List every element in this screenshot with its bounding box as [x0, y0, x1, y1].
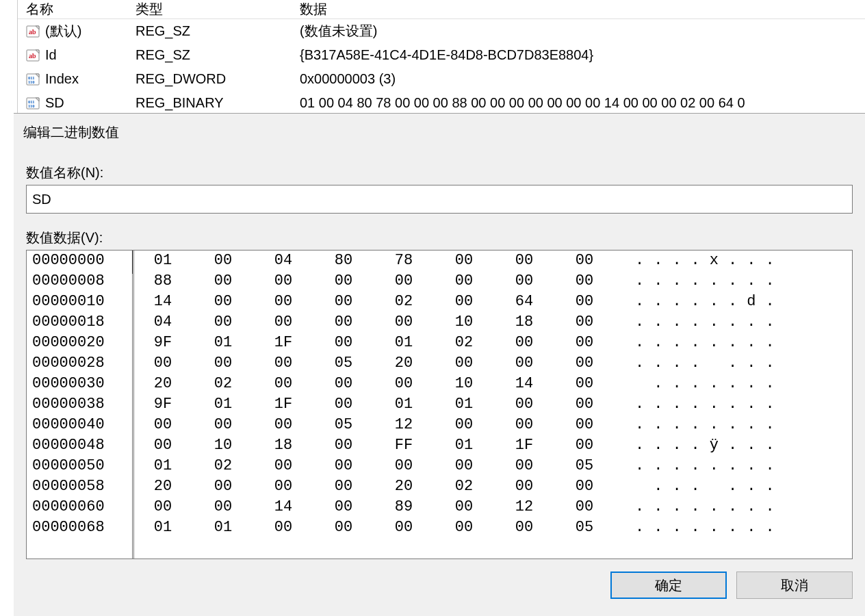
hex-byte[interactable]: 00 — [374, 312, 434, 333]
hex-row[interactable]: 000000400000000512000000........ — [27, 415, 852, 435]
hex-byte[interactable]: 05 — [313, 415, 374, 435]
hex-byte[interactable]: 00 — [253, 415, 313, 435]
hex-byte[interactable]: 01 — [434, 394, 494, 415]
hex-byte[interactable]: 14 — [133, 292, 193, 312]
hex-byte[interactable]: 00 — [554, 312, 615, 333]
hex-byte[interactable]: 00 — [554, 415, 615, 435]
hex-byte[interactable]: 00 — [434, 251, 494, 271]
hex-byte[interactable]: 00 — [434, 292, 494, 312]
hex-byte[interactable]: 00 — [494, 456, 554, 476]
hex-byte[interactable]: 00 — [374, 271, 434, 292]
hex-byte[interactable]: 1F — [253, 333, 313, 353]
hex-byte[interactable]: 00 — [313, 435, 374, 456]
hex-byte[interactable]: 00 — [554, 374, 615, 394]
hex-byte[interactable]: 00 — [374, 517, 434, 538]
hex-byte[interactable]: 00 — [193, 353, 253, 374]
hex-byte[interactable]: 00 — [193, 271, 253, 292]
hex-editor[interactable]: 000000000100048078000000....x...00000008… — [26, 250, 853, 559]
hex-byte[interactable]: 00 — [193, 497, 253, 517]
hex-byte[interactable]: 00 — [253, 312, 313, 333]
hex-byte[interactable]: 00 — [434, 271, 494, 292]
hex-byte[interactable]: 00 — [494, 271, 554, 292]
hex-byte[interactable]: 01 — [374, 333, 434, 353]
hex-byte[interactable]: 10 — [193, 435, 253, 456]
hex-byte[interactable]: 00 — [494, 251, 554, 271]
hex-byte[interactable]: 18 — [494, 312, 554, 333]
hex-byte[interactable]: 14 — [494, 374, 554, 394]
hex-byte[interactable]: 00 — [554, 333, 615, 353]
value-name-input[interactable] — [26, 185, 853, 214]
hex-byte[interactable]: 00 — [554, 271, 615, 292]
hex-byte[interactable]: 20 — [374, 476, 434, 497]
hex-byte[interactable]: 00 — [313, 394, 374, 415]
hex-row[interactable]: 000000600000140089001200........ — [27, 497, 852, 517]
hex-byte[interactable]: 00 — [494, 517, 554, 538]
hex-byte[interactable]: 00 — [374, 456, 434, 476]
hex-byte[interactable]: 01 — [193, 394, 253, 415]
hex-byte[interactable]: 00 — [554, 497, 615, 517]
hex-byte[interactable]: 14 — [253, 497, 313, 517]
hex-byte[interactable]: 00 — [554, 476, 615, 497]
hex-byte[interactable]: 00 — [193, 476, 253, 497]
col-header-type[interactable]: 类型 — [135, 0, 300, 18]
hex-byte[interactable]: 01 — [193, 517, 253, 538]
hex-byte[interactable]: 00 — [554, 353, 615, 374]
hex-byte[interactable]: 00 — [193, 312, 253, 333]
hex-row[interactable]: 0000004800101800FF011F00....ÿ... — [27, 435, 852, 456]
hex-byte[interactable]: 78 — [374, 251, 434, 271]
hex-byte[interactable]: 01 — [133, 517, 193, 538]
hex-byte[interactable]: 01 — [133, 456, 193, 476]
hex-byte[interactable]: 00 — [494, 394, 554, 415]
registry-row[interactable]: ab(默认)REG_SZ(数值未设置) — [18, 19, 865, 43]
hex-byte[interactable]: 05 — [554, 517, 615, 538]
hex-byte[interactable]: 00 — [313, 456, 374, 476]
col-header-name[interactable]: 名称 — [26, 0, 135, 18]
hex-byte[interactable]: 00 — [313, 271, 374, 292]
hex-byte[interactable]: 01 — [374, 394, 434, 415]
hex-row[interactable]: 000000280000000520000000.... ... — [27, 353, 852, 374]
hex-byte[interactable]: 12 — [374, 415, 434, 435]
hex-byte[interactable]: 00 — [494, 353, 554, 374]
hex-byte[interactable]: 00 — [313, 333, 374, 353]
hex-byte[interactable]: 01 — [193, 333, 253, 353]
hex-byte[interactable]: 00 — [313, 374, 374, 394]
hex-byte[interactable]: 12 — [494, 497, 554, 517]
hex-byte[interactable]: 20 — [133, 476, 193, 497]
hex-byte[interactable]: 02 — [193, 374, 253, 394]
cancel-button[interactable]: 取消 — [736, 572, 853, 599]
hex-byte[interactable]: 00 — [554, 292, 615, 312]
hex-byte[interactable]: 00 — [313, 497, 374, 517]
hex-byte[interactable]: 88 — [133, 271, 193, 292]
hex-byte[interactable]: 00 — [554, 251, 615, 271]
hex-byte[interactable]: 64 — [494, 292, 554, 312]
hex-byte[interactable]: 00 — [313, 312, 374, 333]
hex-byte[interactable]: 02 — [434, 476, 494, 497]
hex-byte[interactable]: 00 — [253, 374, 313, 394]
hex-byte[interactable]: 00 — [193, 415, 253, 435]
hex-byte[interactable]: 02 — [374, 292, 434, 312]
hex-byte[interactable]: 00 — [313, 476, 374, 497]
hex-byte[interactable]: 00 — [253, 292, 313, 312]
close-button[interactable] — [821, 119, 855, 146]
hex-row[interactable]: 000000088800000000000000........ — [27, 271, 852, 292]
hex-byte[interactable]: 00 — [133, 415, 193, 435]
hex-byte[interactable]: 00 — [133, 435, 193, 456]
hex-byte[interactable]: 00 — [193, 292, 253, 312]
registry-row[interactable]: 011110SDREG_BINARY01 00 04 80 78 00 00 0… — [18, 91, 865, 115]
hex-byte[interactable]: 00 — [554, 435, 615, 456]
hex-byte[interactable]: 1F — [253, 394, 313, 415]
registry-row[interactable]: abIdREG_SZ{B317A58E-41C4-4D1E-84D8-BCD7D… — [18, 43, 865, 67]
hex-byte[interactable]: 18 — [253, 435, 313, 456]
hex-byte[interactable]: 00 — [494, 476, 554, 497]
registry-row[interactable]: 011110IndexREG_DWORD0x00000003 (3) — [18, 67, 865, 91]
hex-byte[interactable]: 00 — [253, 517, 313, 538]
hex-byte[interactable]: 00 — [253, 456, 313, 476]
hex-byte[interactable]: 04 — [133, 312, 193, 333]
hex-byte[interactable]: 02 — [193, 456, 253, 476]
hex-row[interactable]: 000000180400000000101800........ — [27, 312, 852, 333]
hex-byte[interactable]: 00 — [434, 456, 494, 476]
hex-byte[interactable]: 00 — [374, 374, 434, 394]
hex-row[interactable]: 000000389F011F0001010000........ — [27, 394, 852, 415]
hex-byte[interactable]: 00 — [434, 353, 494, 374]
hex-byte[interactable]: 00 — [253, 476, 313, 497]
